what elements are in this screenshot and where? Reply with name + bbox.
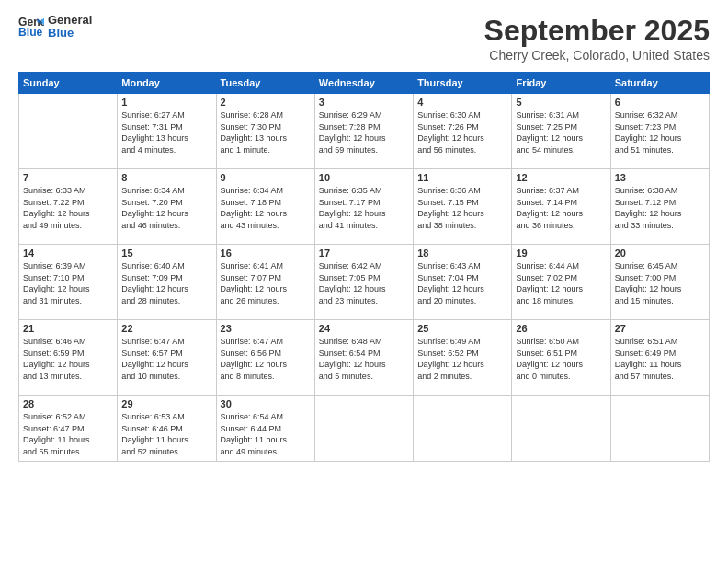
day-number: 21	[23, 323, 113, 334]
day-info: Sunrise: 6:47 AMSunset: 6:57 PMDaylight:…	[121, 336, 211, 382]
calendar-cell	[314, 396, 413, 462]
day-info: Sunrise: 6:31 AMSunset: 7:25 PMDaylight:…	[516, 109, 606, 155]
day-info: Sunrise: 6:47 AMSunset: 6:56 PMDaylight:…	[221, 336, 311, 382]
day-number: 7	[23, 172, 113, 183]
day-info: Sunrise: 6:51 AMSunset: 6:49 PMDaylight:…	[615, 336, 705, 382]
calendar-week-row: 28Sunrise: 6:52 AMSunset: 6:47 PMDayligh…	[19, 396, 710, 462]
day-info: Sunrise: 6:54 AMSunset: 6:44 PMDaylight:…	[221, 411, 311, 457]
calendar-week-row: 7Sunrise: 6:33 AMSunset: 7:22 PMDaylight…	[19, 169, 710, 245]
calendar-cell: 25Sunrise: 6:49 AMSunset: 6:52 PMDayligh…	[414, 320, 512, 396]
day-number: 3	[319, 97, 409, 108]
calendar-cell: 22Sunrise: 6:47 AMSunset: 6:57 PMDayligh…	[118, 320, 216, 396]
day-info: Sunrise: 6:32 AMSunset: 7:23 PMDaylight:…	[615, 109, 705, 155]
day-info: Sunrise: 6:45 AMSunset: 7:00 PMDaylight:…	[615, 260, 705, 306]
svg-text:Blue: Blue	[18, 27, 43, 40]
day-number: 12	[516, 172, 606, 183]
calendar-week-row: 1Sunrise: 6:27 AMSunset: 7:31 PMDaylight…	[19, 94, 710, 169]
logo: General Blue General Blue	[18, 14, 92, 40]
day-info: Sunrise: 6:28 AMSunset: 7:30 PMDaylight:…	[221, 109, 311, 155]
day-info: Sunrise: 6:30 AMSunset: 7:26 PMDaylight:…	[417, 109, 507, 155]
day-number: 2	[221, 97, 311, 108]
day-info: Sunrise: 6:43 AMSunset: 7:04 PMDaylight:…	[417, 260, 507, 306]
day-number: 6	[615, 97, 705, 108]
calendar-cell: 19Sunrise: 6:44 AMSunset: 7:02 PMDayligh…	[512, 245, 610, 320]
calendar-cell	[512, 396, 610, 462]
day-number: 9	[221, 172, 311, 183]
day-info: Sunrise: 6:44 AMSunset: 7:02 PMDaylight:…	[516, 260, 606, 306]
weekday-header-thursday: Thursday	[414, 73, 512, 94]
day-info: Sunrise: 6:29 AMSunset: 7:28 PMDaylight:…	[319, 109, 409, 155]
day-info: Sunrise: 6:46 AMSunset: 6:59 PMDaylight:…	[23, 336, 113, 382]
day-number: 22	[121, 323, 211, 334]
day-info: Sunrise: 6:37 AMSunset: 7:14 PMDaylight:…	[516, 185, 606, 231]
day-number: 20	[615, 247, 705, 259]
day-number: 27	[615, 323, 705, 334]
day-info: Sunrise: 6:42 AMSunset: 7:05 PMDaylight:…	[319, 260, 409, 306]
calendar-cell	[414, 396, 512, 462]
logo-text-blue: Blue	[48, 27, 92, 40]
day-info: Sunrise: 6:48 AMSunset: 6:54 PMDaylight:…	[319, 336, 409, 382]
month-title: September 2025	[484, 14, 710, 48]
day-info: Sunrise: 6:50 AMSunset: 6:51 PMDaylight:…	[516, 336, 606, 382]
calendar-cell: 20Sunrise: 6:45 AMSunset: 7:00 PMDayligh…	[610, 245, 709, 320]
calendar-cell: 29Sunrise: 6:53 AMSunset: 6:46 PMDayligh…	[118, 396, 216, 462]
day-info: Sunrise: 6:40 AMSunset: 7:09 PMDaylight:…	[121, 260, 211, 306]
day-number: 18	[417, 247, 507, 259]
weekday-header-saturday: Saturday	[610, 73, 709, 94]
day-number: 29	[121, 398, 211, 409]
calendar-cell: 18Sunrise: 6:43 AMSunset: 7:04 PMDayligh…	[414, 245, 512, 320]
day-number: 23	[221, 323, 311, 334]
day-number: 19	[516, 247, 606, 259]
calendar-cell: 16Sunrise: 6:41 AMSunset: 7:07 PMDayligh…	[216, 245, 314, 320]
day-number: 15	[121, 247, 211, 259]
calendar-cell: 12Sunrise: 6:37 AMSunset: 7:14 PMDayligh…	[512, 169, 610, 245]
calendar-cell: 8Sunrise: 6:34 AMSunset: 7:20 PMDaylight…	[118, 169, 216, 245]
day-info: Sunrise: 6:34 AMSunset: 7:20 PMDaylight:…	[121, 185, 211, 231]
calendar-cell: 13Sunrise: 6:38 AMSunset: 7:12 PMDayligh…	[610, 169, 709, 245]
header: General Blue General Blue September 2025…	[18, 14, 710, 63]
calendar-cell: 6Sunrise: 6:32 AMSunset: 7:23 PMDaylight…	[610, 94, 709, 169]
calendar-week-row: 14Sunrise: 6:39 AMSunset: 7:10 PMDayligh…	[19, 245, 710, 320]
calendar-cell	[610, 396, 709, 462]
calendar-cell: 7Sunrise: 6:33 AMSunset: 7:22 PMDaylight…	[19, 169, 118, 245]
calendar-cell: 2Sunrise: 6:28 AMSunset: 7:30 PMDaylight…	[216, 94, 314, 169]
calendar-cell: 5Sunrise: 6:31 AMSunset: 7:25 PMDaylight…	[512, 94, 610, 169]
calendar-cell: 21Sunrise: 6:46 AMSunset: 6:59 PMDayligh…	[19, 320, 118, 396]
day-number: 16	[221, 247, 311, 259]
calendar-cell: 30Sunrise: 6:54 AMSunset: 6:44 PMDayligh…	[216, 396, 314, 462]
calendar-cell	[19, 94, 118, 169]
day-number: 13	[615, 172, 705, 183]
day-info: Sunrise: 6:53 AMSunset: 6:46 PMDaylight:…	[121, 411, 211, 457]
day-info: Sunrise: 6:35 AMSunset: 7:17 PMDaylight:…	[319, 185, 409, 231]
day-info: Sunrise: 6:39 AMSunset: 7:10 PMDaylight:…	[23, 260, 113, 306]
calendar-cell: 26Sunrise: 6:50 AMSunset: 6:51 PMDayligh…	[512, 320, 610, 396]
title-area: September 2025 Cherry Creek, Colorado, U…	[484, 14, 710, 63]
logo-icon: General Blue	[18, 14, 44, 40]
day-info: Sunrise: 6:52 AMSunset: 6:47 PMDaylight:…	[23, 411, 113, 457]
weekday-header-tuesday: Tuesday	[216, 73, 314, 94]
calendar-week-row: 21Sunrise: 6:46 AMSunset: 6:59 PMDayligh…	[19, 320, 710, 396]
day-info: Sunrise: 6:27 AMSunset: 7:31 PMDaylight:…	[121, 109, 211, 155]
day-number: 11	[417, 172, 507, 183]
day-number: 28	[23, 398, 113, 409]
calendar-cell: 24Sunrise: 6:48 AMSunset: 6:54 PMDayligh…	[314, 320, 413, 396]
calendar-header-row: SundayMondayTuesdayWednesdayThursdayFrid…	[19, 73, 710, 94]
day-number: 10	[319, 172, 409, 183]
calendar-cell: 15Sunrise: 6:40 AMSunset: 7:09 PMDayligh…	[118, 245, 216, 320]
day-number: 17	[319, 247, 409, 259]
weekday-header-monday: Monday	[118, 73, 216, 94]
day-info: Sunrise: 6:38 AMSunset: 7:12 PMDaylight:…	[615, 185, 705, 231]
calendar-cell: 1Sunrise: 6:27 AMSunset: 7:31 PMDaylight…	[118, 94, 216, 169]
day-info: Sunrise: 6:49 AMSunset: 6:52 PMDaylight:…	[417, 336, 507, 382]
calendar-table: SundayMondayTuesdayWednesdayThursdayFrid…	[18, 72, 710, 462]
day-info: Sunrise: 6:34 AMSunset: 7:18 PMDaylight:…	[221, 185, 311, 231]
day-number: 25	[417, 323, 507, 334]
day-number: 8	[121, 172, 211, 183]
day-number: 4	[417, 97, 507, 108]
calendar-cell: 17Sunrise: 6:42 AMSunset: 7:05 PMDayligh…	[314, 245, 413, 320]
day-number: 26	[516, 323, 606, 334]
calendar-cell: 9Sunrise: 6:34 AMSunset: 7:18 PMDaylight…	[216, 169, 314, 245]
logo-text-general: General	[48, 14, 92, 27]
calendar-cell: 27Sunrise: 6:51 AMSunset: 6:49 PMDayligh…	[610, 320, 709, 396]
location-subtitle: Cherry Creek, Colorado, United States	[484, 48, 710, 63]
